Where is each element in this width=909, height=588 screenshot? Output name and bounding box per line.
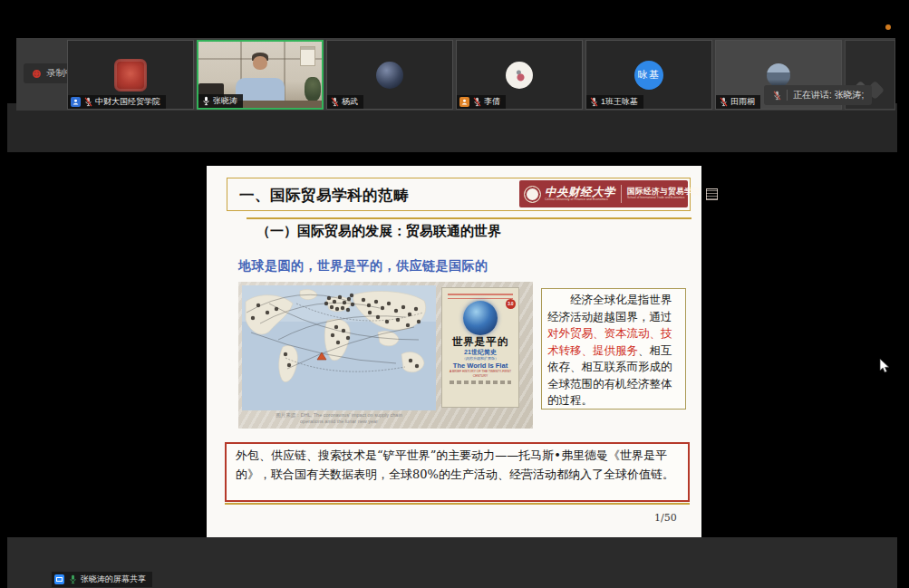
supply-chain-map-image: [242, 285, 436, 410]
host-person-icon: [71, 97, 81, 107]
mic-on-icon: [201, 96, 210, 107]
book-edition-badge: 3.0: [506, 299, 516, 309]
slide-title: 一、国际贸易学科的范畴: [239, 186, 409, 206]
recording-dot-icon: [33, 70, 41, 78]
muted-mic-icon: [719, 97, 728, 108]
participant-name: 田雨桐: [730, 96, 755, 108]
participant-label: 中财大国经贸学院: [68, 95, 166, 109]
active-speaker-toast: 正在讲话: 张晓涛;: [764, 85, 872, 105]
book-author-line: [450, 381, 511, 384]
mouse-cursor: [879, 358, 890, 374]
participant-name: 李倩: [484, 96, 500, 108]
toolbar-panel: [7, 103, 897, 152]
muted-mic-icon: [472, 97, 481, 108]
participant-name: 中财大国经贸学院: [95, 96, 160, 108]
participant-label: 田雨桐: [716, 95, 760, 109]
screen-share-icon: [54, 574, 64, 584]
screen-share-indicator: 张晓涛的屏幕共享: [52, 572, 152, 587]
slide-subtitle: （一）国际贸易的发展：贸易联通的世界: [256, 223, 501, 240]
mic-icon: [772, 90, 781, 101]
muted-mic-icon: [83, 97, 92, 108]
school-name-en: School of International Trade and Econom…: [627, 197, 701, 199]
calligraphy-frame: [300, 46, 315, 66]
muted-mic-icon: [330, 97, 339, 108]
participant-label: 杨武: [327, 95, 363, 109]
book-quote-lines: [448, 291, 513, 299]
notification-dot: [885, 24, 891, 30]
university-name-cn: 中央财经大学: [545, 187, 615, 198]
participant-thumbnail[interactable]: 咏基 1班王咏基: [585, 40, 712, 110]
participant-thumbnail[interactable]: 杨武: [326, 40, 453, 110]
person-head: [253, 56, 267, 70]
quote-text: 外包、供应链、搜索技术是“铲平世界”的主要动力——托马斯•弗里德曼《世界是平的》…: [236, 447, 679, 484]
participant-thumbnail[interactable]: 李倩: [456, 40, 583, 110]
participant-label: 李倩: [457, 95, 506, 109]
slide-page-number: 1/50: [654, 512, 677, 524]
book-cover: 3.0 世界是平的 21世纪简史 （内容升级和扩展版） The World Is…: [441, 287, 519, 408]
book-subtitle-cn: 21世纪简史: [442, 348, 518, 356]
slide-title-box: 一、国际贸易学科的范畴 中央财经大学 Central University of…: [227, 178, 691, 211]
book-title-cn: 世界是平的: [442, 336, 518, 348]
initials-avatar: 咏基: [634, 61, 663, 90]
map-caption: 图片来源：DHL, The coronavirus' impact on sup…: [242, 412, 436, 425]
person-body: [236, 78, 285, 101]
active-speaker-text: 正在讲话: 张晓涛;: [793, 89, 864, 101]
seal-avatar: [114, 59, 147, 92]
blue-heading: 地球是圆的，世界是平的，供应链是国际的: [238, 258, 488, 275]
globalization-text: 经济全球化是指世界经济活动超越国界，通过对外贸易、资本流动、技术转移、提供服务、…: [547, 292, 680, 410]
plant: [305, 77, 321, 101]
muted-mic-icon: [589, 97, 598, 108]
photo-avatar: [376, 62, 403, 89]
quote-callout-box: 外包、供应链、搜索技术是“铲平世界”的主要动力——托马斯•弗里德曼《世界是平的》…: [225, 442, 690, 502]
participant-name: 1班王咏基: [601, 96, 638, 108]
participant-thumbnail-active-speaker[interactable]: 张晓涛: [197, 40, 324, 110]
participant-name: 张晓涛: [213, 95, 237, 107]
photo-avatar: [767, 63, 790, 87]
university-logo-banner: 中央财经大学 Central University of Finance and…: [519, 180, 688, 207]
participant-label: 张晓涛: [198, 94, 243, 108]
participant-name: 杨武: [342, 96, 358, 108]
university-emblem-icon: [524, 186, 541, 203]
mic-on-icon: [68, 574, 77, 585]
share-label-text: 张晓涛的屏幕共享: [81, 574, 146, 585]
participant-thumbnail[interactable]: 中财大国经贸学院: [67, 40, 194, 110]
person-badge-icon: [459, 97, 469, 107]
participant-label: 1班王咏基: [586, 95, 643, 109]
earth-globe-image: [463, 301, 498, 335]
photo-avatar: [506, 62, 533, 89]
shared-screen-slide: 一、国际贸易学科的范畴 中央财经大学 Central University of…: [207, 166, 701, 537]
gold-divider: [247, 217, 691, 219]
book-subtitle-en: A BRIEF HISTORY OF THE TWENTY-FIRST CENT…: [442, 370, 518, 379]
logo-seal-icon: [706, 188, 718, 200]
book-title-en: The World Is Flat: [442, 361, 518, 370]
school-name-cn: 国际经济与贸易学院: [627, 188, 701, 196]
map-and-book-figure: 图片来源：DHL, The coronavirus' impact on sup…: [238, 282, 533, 429]
globalization-definition-box: 经济全球化是指世界经济活动超越国界，通过对外贸易、资本流动、技术转移、提供服务、…: [541, 288, 686, 410]
university-name-en: Central University of Finance and Econom…: [545, 198, 615, 202]
